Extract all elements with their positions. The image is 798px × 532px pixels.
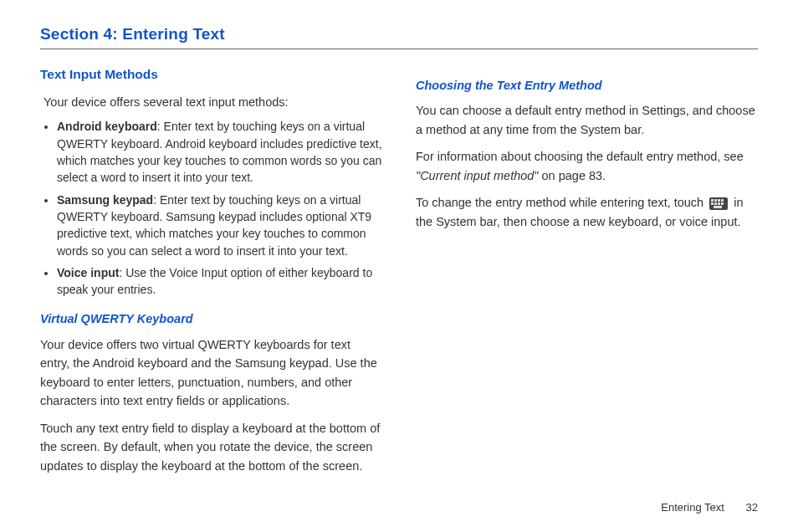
body-paragraph: Touch any text entry field to display a … [40, 419, 382, 475]
body-text: For information about choosing the defau… [416, 150, 744, 163]
document-page: Section 4: Entering Text Text Input Meth… [0, 0, 798, 532]
keyboard-icon [709, 197, 728, 210]
page-number: 32 [746, 501, 758, 514]
list-item: Samsung keypad: Enter text by touching k… [57, 192, 382, 259]
cross-reference: "Current input method" [416, 169, 539, 182]
body-text: on page 83. [539, 169, 606, 182]
body-paragraph: For information about choosing the defau… [416, 147, 758, 185]
subheading-virtual-qwerty: Virtual QWERTY Keyboard [40, 309, 382, 328]
horizontal-rule [40, 49, 758, 49]
body-paragraph: To change the entry method while enterin… [416, 193, 758, 231]
left-column: Text Input Methods Your device offers se… [40, 64, 382, 483]
intro-paragraph: Your device offers several text input me… [43, 93, 382, 111]
bullet-label: Android keyboard [57, 120, 157, 133]
subheading-choosing-entry: Choosing the Text Entry Method [416, 76, 758, 95]
bullet-label: Voice input [57, 266, 119, 279]
body-paragraph: You can choose a default entry method in… [416, 101, 758, 139]
list-item: Android keyboard: Enter text by touching… [57, 118, 382, 186]
right-column: Choosing the Text Entry Method You can c… [416, 64, 758, 483]
bullet-label: Samsung keypad [57, 193, 153, 207]
page-footer: Entering Text 32 [661, 501, 758, 514]
list-item: Voice input: Use the Voice Input option … [57, 264, 382, 299]
body-text: To change the entry method while enterin… [416, 196, 707, 209]
bullet-list: Android keyboard: Enter text by touching… [40, 118, 382, 298]
heading-text-input-methods: Text Input Methods [40, 64, 382, 84]
section-title: Section 4: Entering Text [40, 25, 758, 43]
body-paragraph: Your device offers two virtual QWERTY ke… [40, 335, 382, 411]
footer-label: Entering Text [661, 501, 724, 514]
two-column-layout: Text Input Methods Your device offers se… [40, 64, 758, 483]
